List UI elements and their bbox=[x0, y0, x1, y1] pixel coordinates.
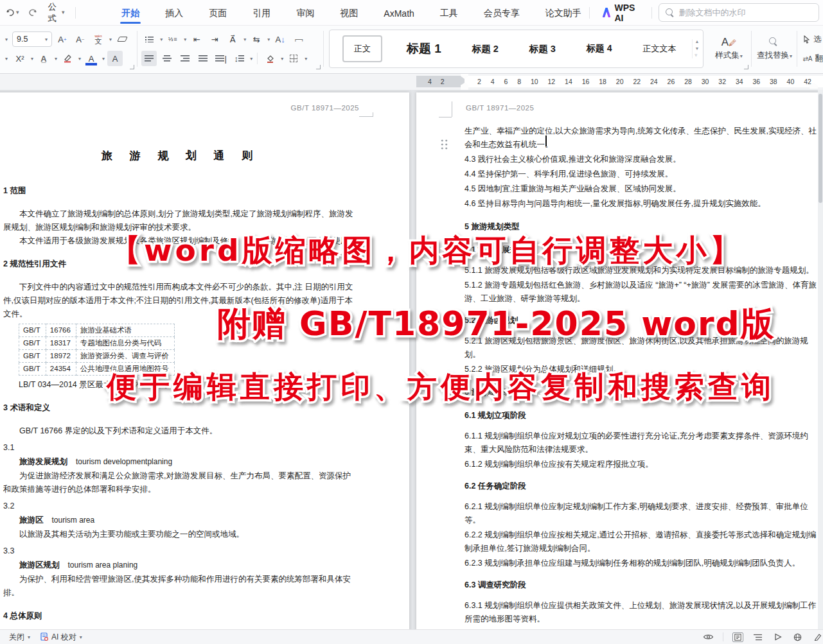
show-marks-button[interactable]: ⌐¬ bbox=[290, 31, 306, 47]
menu-tab[interactable]: 工具 bbox=[439, 3, 459, 23]
style-gallery-item[interactable]: 标题 3 bbox=[523, 39, 562, 59]
paragraph-drag-handle-icon[interactable] bbox=[440, 139, 448, 150]
doc-paragraph[interactable]: 6.3 调查研究阶段 bbox=[465, 579, 818, 592]
redo-button[interactable] bbox=[26, 6, 40, 19]
align-right-button[interactable] bbox=[177, 51, 193, 66]
increase-font-button[interactable]: A+ bbox=[55, 31, 70, 47]
doc-paragraph[interactable]: 旅游发展规划tourism developmentplaning bbox=[3, 455, 358, 469]
doc-paragraph[interactable]: 6.2.1 规划编制组织单位应制定规划编制工作方案,明确规划要求、进度安排、经费… bbox=[465, 500, 818, 527]
doc-paragraph[interactable]: 3.2 bbox=[3, 500, 358, 513]
superscript-button[interactable]: X² bbox=[12, 51, 28, 66]
doc-paragraph[interactable]: 6.1 规划立项阶段 bbox=[465, 409, 818, 422]
formula-dropdown[interactable]: 公式 ▾ bbox=[44, 0, 69, 26]
font-dialog-launcher[interactable] bbox=[130, 65, 134, 69]
web-layout-icon[interactable] bbox=[792, 632, 803, 642]
font-size-box[interactable]: 9.5▾ bbox=[12, 31, 52, 47]
ai-proofread-button[interactable]: AI 校对▾ bbox=[35, 632, 87, 643]
search-input[interactable] bbox=[679, 8, 812, 17]
document-page-1[interactable]: GB/T 18971—2025 旅 游 规 划 通 则1 范围本文件确立了旅游规… bbox=[0, 92, 409, 629]
menu-tab[interactable]: AxMath bbox=[382, 3, 415, 22]
doc-paragraph[interactable]: 6.3.1 规划编制组织单位应提供相关政策文件、上位规划、旅游发展现状情况,以及… bbox=[465, 599, 818, 626]
font-color-button[interactable]: A bbox=[84, 51, 99, 66]
doc-paragraph[interactable]: 6.1.2 规划编制组织单位应按有关规定程序报批立项。 bbox=[465, 458, 818, 471]
menu-tab[interactable]: 视图 bbox=[339, 3, 359, 23]
paragraph-dialog-launcher[interactable] bbox=[316, 65, 321, 69]
doc-paragraph[interactable]: 6.2.3 规划编制承担单位应组建与规划编制任务相称的规划编制团队,明确规划编制… bbox=[465, 557, 818, 570]
undo-button[interactable]: ▾ bbox=[3, 6, 22, 19]
select-button[interactable]: 选 bbox=[802, 31, 823, 48]
char-shading-button[interactable]: A bbox=[107, 51, 123, 66]
doc-paragraph[interactable]: GB/T 16766 界定的以及下列术语和定义适用于本文件。 bbox=[3, 424, 358, 438]
doc-paragraph[interactable]: 旅游区tourism area bbox=[3, 514, 358, 527]
doc-paragraph[interactable]: 为保护、利用和经营管理旅游区,使其发挥多种功能和作用进行的有关要素的统筹部署和具… bbox=[3, 573, 358, 600]
align-center-button[interactable] bbox=[159, 51, 175, 66]
doc-paragraph[interactable]: 以旅游及其相关活动为主要功能或主要功能之一的空间或地域。 bbox=[3, 528, 358, 541]
style-set-button[interactable]: A🖉 样式集▾ bbox=[710, 37, 747, 61]
doc-paragraph[interactable]: 6.2 任务确定阶段 bbox=[465, 480, 818, 493]
align-left-button[interactable] bbox=[141, 51, 157, 66]
doc-paragraph[interactable]: 1 范围 bbox=[3, 184, 358, 198]
vertical-scrollbar[interactable] bbox=[818, 90, 823, 629]
doc-paragraph[interactable]: 4.3 践行社会主义核心价值观,推进文化和旅游深度融合发展。 bbox=[465, 153, 818, 166]
decrease-indent-button[interactable]: ⇤ bbox=[189, 31, 204, 47]
doc-paragraph[interactable]: 为促进旅游经济发展和满足公众旅游需求,对旅游发展目标、生产力布局、要素配置、资源… bbox=[3, 469, 358, 496]
clear-format-button[interactable] bbox=[114, 31, 130, 47]
document-page-2[interactable]: GB/T 18971—2025 生产业、幸福产业的定位,以大众旅游需求为导向,统… bbox=[416, 92, 823, 629]
pinyin-guide-button[interactable]: wén文 bbox=[91, 31, 106, 47]
line-spacing-button[interactable]: ↕ bbox=[231, 51, 247, 66]
wps-ai-button[interactable]: WPS AI bbox=[603, 3, 639, 23]
menu-tab[interactable]: 开始 bbox=[120, 3, 141, 23]
menu-tab[interactable]: 会员专享 bbox=[482, 3, 521, 23]
doc-paragraph[interactable]: 3.1 bbox=[3, 441, 358, 455]
doc-paragraph[interactable]: 旅游区规划tourism area planing bbox=[3, 559, 358, 572]
style-gallery-item[interactable]: 标题 2 bbox=[466, 39, 505, 59]
shading-button[interactable] bbox=[262, 51, 278, 66]
style-gallery-item[interactable]: 正文文本 bbox=[637, 39, 683, 58]
print-layout-icon[interactable] bbox=[732, 632, 743, 642]
style-gallery-item[interactable]: 标题 4 bbox=[580, 39, 619, 58]
styles-dialog-launcher[interactable] bbox=[744, 65, 748, 69]
doc-paragraph[interactable]: 4.6 坚持目标导向与问题导向相统一,量化发展指标,明确发展任务,提升规划实施效… bbox=[465, 197, 818, 211]
subscript-dropdown[interactable]: ▾ bbox=[3, 56, 10, 62]
sort-button[interactable]: A↓ bbox=[272, 31, 288, 47]
doc-paragraph[interactable]: 4 总体原则 bbox=[3, 609, 358, 623]
bullet-list-button[interactable] bbox=[141, 31, 157, 47]
highlight-button[interactable] bbox=[60, 51, 75, 66]
doc-paragraph[interactable]: 6.2.2 规划编制组织单位应按相关规定,通过公开招标、邀请招标、直接委托等形式… bbox=[465, 528, 818, 555]
command-search-box[interactable] bbox=[659, 3, 819, 22]
doc-paragraph[interactable]: 3.3 bbox=[3, 544, 358, 558]
doc-paragraph[interactable]: 生产业、幸福产业的定位,以大众旅游需求为导向,统筹文化传承、生态保护、民生发展,… bbox=[465, 125, 818, 152]
doc-paragraph[interactable]: 6.1.1 规划编制组织单位应对规划立项的必要性进行充分论证,充分考虑要素支撑条… bbox=[465, 430, 818, 457]
decrease-font-button[interactable]: A− bbox=[73, 31, 88, 47]
menu-tab[interactable]: 论文助手 bbox=[544, 3, 583, 23]
menu-tab[interactable]: 插入 bbox=[164, 3, 184, 23]
page-body[interactable]: 生产业、幸福产业的定位,以大众旅游需求为导向,统筹文化传承、生态保护、民生发展,… bbox=[465, 92, 818, 629]
scrollbar-thumb[interactable] bbox=[819, 94, 822, 203]
eye-icon[interactable] bbox=[703, 632, 714, 642]
undo-dropdown-caret[interactable]: ▾ bbox=[16, 10, 19, 15]
presentation-icon[interactable] bbox=[772, 632, 783, 642]
menu-tab[interactable]: 审阅 bbox=[295, 3, 315, 23]
doc-paragraph[interactable]: 旅 游 规 划 通 则 bbox=[3, 149, 358, 162]
justify-button[interactable] bbox=[195, 51, 211, 66]
gallery-scroll-down-icon[interactable]: ▼ bbox=[695, 46, 700, 51]
menu-tab[interactable]: 引用 bbox=[251, 3, 272, 23]
page-body[interactable]: 旅 游 规 划 通 则1 范围本文件确立了旅游规划编制的总体原则,划分了旅游规划… bbox=[3, 92, 358, 629]
gallery-more-icon[interactable]: ▿ bbox=[695, 53, 700, 58]
borders-button[interactable] bbox=[286, 51, 301, 66]
text-direction-button[interactable]: ⇆ bbox=[249, 31, 264, 47]
font-name-dropdown[interactable]: ▾ bbox=[3, 37, 10, 42]
ink-icon[interactable] bbox=[812, 632, 823, 642]
close-header-footer-button[interactable]: 关闭▾ bbox=[4, 632, 35, 643]
menu-tab[interactable]: 页面 bbox=[208, 3, 228, 23]
find-replace-button[interactable]: 查找替换▾ bbox=[756, 37, 793, 61]
doc-paragraph[interactable]: 4.4 坚持保护第一、科学利用,促进绿色旅游、可持续发展。 bbox=[465, 168, 818, 181]
numbered-list-button[interactable]: ⅓≡ bbox=[165, 31, 181, 47]
text-effects-button[interactable]: A̲ bbox=[36, 51, 51, 66]
doc-paragraph[interactable]: 4.5 因地制宜,注重旅游与相关产业融合发展、区域协同发展。 bbox=[465, 182, 818, 196]
char-scale-button[interactable]: A⃗ bbox=[225, 31, 240, 47]
increase-indent-button[interactable]: ⇥ bbox=[207, 31, 222, 47]
distribute-button[interactable]: | bbox=[213, 51, 229, 66]
style-gallery-scroll[interactable]: ▲ ▼ ▿ bbox=[692, 39, 702, 58]
outline-icon[interactable] bbox=[752, 632, 763, 642]
